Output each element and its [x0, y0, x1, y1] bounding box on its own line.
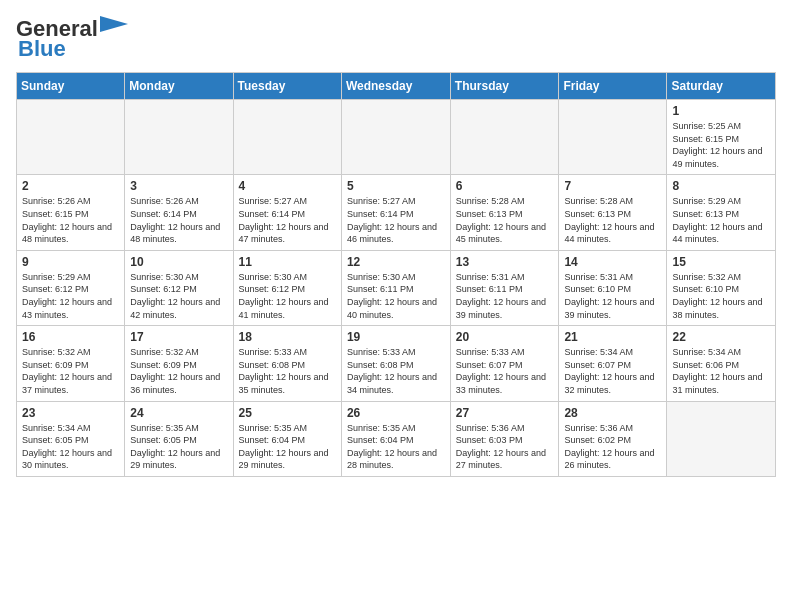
- day-number: 22: [672, 330, 770, 344]
- calendar-cell: 4 Sunrise: 5:27 AM Sunset: 6:14 PM Dayli…: [233, 175, 341, 250]
- day-number: 13: [456, 255, 554, 269]
- weekday-header-wednesday: Wednesday: [341, 73, 450, 100]
- logo: General Blue: [16, 16, 130, 62]
- calendar-cell: 12 Sunrise: 5:30 AM Sunset: 6:11 PM Dayl…: [341, 250, 450, 325]
- logo-flag-icon: [100, 16, 130, 38]
- day-info: Sunrise: 5:30 AM Sunset: 6:12 PM Dayligh…: [239, 271, 336, 321]
- calendar-cell: 1 Sunrise: 5:25 AM Sunset: 6:15 PM Dayli…: [667, 100, 776, 175]
- calendar-week-row: 1 Sunrise: 5:25 AM Sunset: 6:15 PM Dayli…: [17, 100, 776, 175]
- day-number: 20: [456, 330, 554, 344]
- day-info: Sunrise: 5:26 AM Sunset: 6:14 PM Dayligh…: [130, 195, 227, 245]
- day-info: Sunrise: 5:28 AM Sunset: 6:13 PM Dayligh…: [564, 195, 661, 245]
- day-info: Sunrise: 5:27 AM Sunset: 6:14 PM Dayligh…: [239, 195, 336, 245]
- day-number: 16: [22, 330, 119, 344]
- day-number: 1: [672, 104, 770, 118]
- calendar-cell: 26 Sunrise: 5:35 AM Sunset: 6:04 PM Dayl…: [341, 401, 450, 476]
- day-number: 23: [22, 406, 119, 420]
- day-info: Sunrise: 5:32 AM Sunset: 6:09 PM Dayligh…: [130, 346, 227, 396]
- calendar-cell: 25 Sunrise: 5:35 AM Sunset: 6:04 PM Dayl…: [233, 401, 341, 476]
- day-info: Sunrise: 5:29 AM Sunset: 6:13 PM Dayligh…: [672, 195, 770, 245]
- calendar-cell: 6 Sunrise: 5:28 AM Sunset: 6:13 PM Dayli…: [450, 175, 559, 250]
- calendar-cell: 16 Sunrise: 5:32 AM Sunset: 6:09 PM Dayl…: [17, 326, 125, 401]
- day-info: Sunrise: 5:33 AM Sunset: 6:07 PM Dayligh…: [456, 346, 554, 396]
- weekday-header-thursday: Thursday: [450, 73, 559, 100]
- day-number: 18: [239, 330, 336, 344]
- day-info: Sunrise: 5:30 AM Sunset: 6:11 PM Dayligh…: [347, 271, 445, 321]
- calendar-week-row: 2 Sunrise: 5:26 AM Sunset: 6:15 PM Dayli…: [17, 175, 776, 250]
- calendar-cell: 2 Sunrise: 5:26 AM Sunset: 6:15 PM Dayli…: [17, 175, 125, 250]
- day-info: Sunrise: 5:30 AM Sunset: 6:12 PM Dayligh…: [130, 271, 227, 321]
- day-number: 6: [456, 179, 554, 193]
- day-info: Sunrise: 5:25 AM Sunset: 6:15 PM Dayligh…: [672, 120, 770, 170]
- page-header: General Blue: [16, 16, 776, 62]
- calendar-cell: 14 Sunrise: 5:31 AM Sunset: 6:10 PM Dayl…: [559, 250, 667, 325]
- day-number: 8: [672, 179, 770, 193]
- svg-marker-0: [100, 16, 128, 32]
- calendar-week-row: 23 Sunrise: 5:34 AM Sunset: 6:05 PM Dayl…: [17, 401, 776, 476]
- calendar-cell: 19 Sunrise: 5:33 AM Sunset: 6:08 PM Dayl…: [341, 326, 450, 401]
- day-number: 10: [130, 255, 227, 269]
- calendar-cell: [450, 100, 559, 175]
- weekday-header-sunday: Sunday: [17, 73, 125, 100]
- day-info: Sunrise: 5:35 AM Sunset: 6:04 PM Dayligh…: [347, 422, 445, 472]
- day-number: 14: [564, 255, 661, 269]
- day-info: Sunrise: 5:27 AM Sunset: 6:14 PM Dayligh…: [347, 195, 445, 245]
- day-number: 24: [130, 406, 227, 420]
- calendar-cell: [125, 100, 233, 175]
- calendar-cell: 23 Sunrise: 5:34 AM Sunset: 6:05 PM Dayl…: [17, 401, 125, 476]
- calendar-table: SundayMondayTuesdayWednesdayThursdayFrid…: [16, 72, 776, 477]
- calendar-cell: 5 Sunrise: 5:27 AM Sunset: 6:14 PM Dayli…: [341, 175, 450, 250]
- day-number: 25: [239, 406, 336, 420]
- day-number: 7: [564, 179, 661, 193]
- calendar-cell: 28 Sunrise: 5:36 AM Sunset: 6:02 PM Dayl…: [559, 401, 667, 476]
- calendar-cell: 20 Sunrise: 5:33 AM Sunset: 6:07 PM Dayl…: [450, 326, 559, 401]
- calendar-cell: 7 Sunrise: 5:28 AM Sunset: 6:13 PM Dayli…: [559, 175, 667, 250]
- day-number: 26: [347, 406, 445, 420]
- calendar-cell: 3 Sunrise: 5:26 AM Sunset: 6:14 PM Dayli…: [125, 175, 233, 250]
- calendar-cell: [559, 100, 667, 175]
- calendar-cell: 11 Sunrise: 5:30 AM Sunset: 6:12 PM Dayl…: [233, 250, 341, 325]
- day-number: 4: [239, 179, 336, 193]
- day-number: 28: [564, 406, 661, 420]
- calendar-cell: 22 Sunrise: 5:34 AM Sunset: 6:06 PM Dayl…: [667, 326, 776, 401]
- calendar-cell: [667, 401, 776, 476]
- day-number: 17: [130, 330, 227, 344]
- day-info: Sunrise: 5:26 AM Sunset: 6:15 PM Dayligh…: [22, 195, 119, 245]
- day-number: 12: [347, 255, 445, 269]
- day-info: Sunrise: 5:34 AM Sunset: 6:05 PM Dayligh…: [22, 422, 119, 472]
- day-info: Sunrise: 5:32 AM Sunset: 6:10 PM Dayligh…: [672, 271, 770, 321]
- calendar-cell: [233, 100, 341, 175]
- calendar-cell: 10 Sunrise: 5:30 AM Sunset: 6:12 PM Dayl…: [125, 250, 233, 325]
- calendar-cell: 18 Sunrise: 5:33 AM Sunset: 6:08 PM Dayl…: [233, 326, 341, 401]
- weekday-header-saturday: Saturday: [667, 73, 776, 100]
- day-number: 9: [22, 255, 119, 269]
- day-number: 21: [564, 330, 661, 344]
- day-info: Sunrise: 5:28 AM Sunset: 6:13 PM Dayligh…: [456, 195, 554, 245]
- calendar-cell: 9 Sunrise: 5:29 AM Sunset: 6:12 PM Dayli…: [17, 250, 125, 325]
- logo-blue: Blue: [18, 36, 66, 62]
- day-info: Sunrise: 5:31 AM Sunset: 6:11 PM Dayligh…: [456, 271, 554, 321]
- day-info: Sunrise: 5:33 AM Sunset: 6:08 PM Dayligh…: [347, 346, 445, 396]
- day-info: Sunrise: 5:35 AM Sunset: 6:05 PM Dayligh…: [130, 422, 227, 472]
- day-info: Sunrise: 5:31 AM Sunset: 6:10 PM Dayligh…: [564, 271, 661, 321]
- day-number: 11: [239, 255, 336, 269]
- calendar-cell: [341, 100, 450, 175]
- day-info: Sunrise: 5:29 AM Sunset: 6:12 PM Dayligh…: [22, 271, 119, 321]
- calendar-week-row: 16 Sunrise: 5:32 AM Sunset: 6:09 PM Dayl…: [17, 326, 776, 401]
- day-info: Sunrise: 5:36 AM Sunset: 6:03 PM Dayligh…: [456, 422, 554, 472]
- weekday-header-friday: Friday: [559, 73, 667, 100]
- day-info: Sunrise: 5:35 AM Sunset: 6:04 PM Dayligh…: [239, 422, 336, 472]
- calendar-cell: 27 Sunrise: 5:36 AM Sunset: 6:03 PM Dayl…: [450, 401, 559, 476]
- calendar-header-row: SundayMondayTuesdayWednesdayThursdayFrid…: [17, 73, 776, 100]
- weekday-header-monday: Monday: [125, 73, 233, 100]
- day-info: Sunrise: 5:32 AM Sunset: 6:09 PM Dayligh…: [22, 346, 119, 396]
- day-number: 2: [22, 179, 119, 193]
- calendar-cell: 24 Sunrise: 5:35 AM Sunset: 6:05 PM Dayl…: [125, 401, 233, 476]
- calendar-cell: 15 Sunrise: 5:32 AM Sunset: 6:10 PM Dayl…: [667, 250, 776, 325]
- day-number: 27: [456, 406, 554, 420]
- day-number: 15: [672, 255, 770, 269]
- weekday-header-tuesday: Tuesday: [233, 73, 341, 100]
- calendar-cell: 21 Sunrise: 5:34 AM Sunset: 6:07 PM Dayl…: [559, 326, 667, 401]
- calendar-cell: 8 Sunrise: 5:29 AM Sunset: 6:13 PM Dayli…: [667, 175, 776, 250]
- day-info: Sunrise: 5:36 AM Sunset: 6:02 PM Dayligh…: [564, 422, 661, 472]
